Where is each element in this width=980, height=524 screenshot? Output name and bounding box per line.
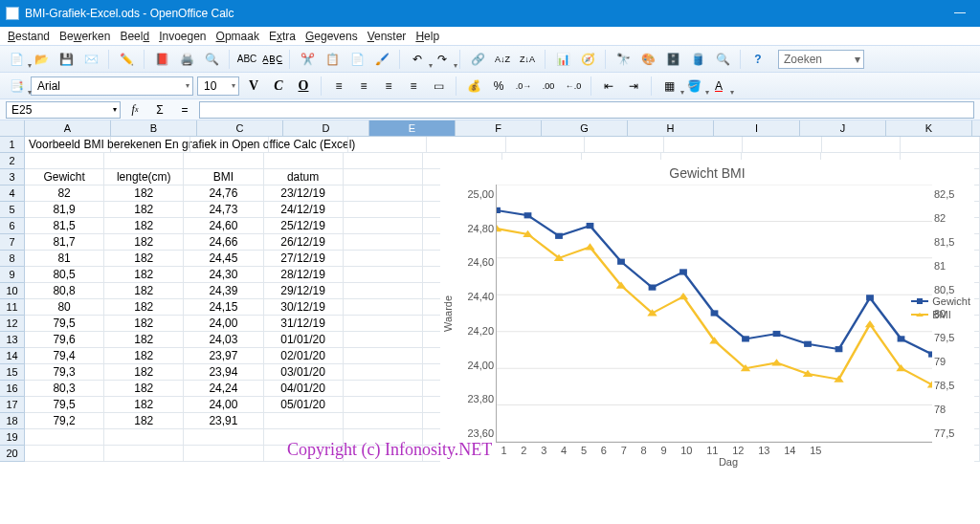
col-header-K[interactable]: K bbox=[886, 120, 972, 137]
cell-A11[interactable]: 80 bbox=[25, 299, 104, 316]
cell-A14[interactable]: 79,4 bbox=[25, 348, 104, 364]
new-button[interactable]: 📄 bbox=[6, 49, 27, 70]
cell-A10[interactable]: 80,8 bbox=[25, 283, 104, 299]
cell-B1[interactable] bbox=[111, 137, 190, 153]
equals-button[interactable]: = bbox=[174, 99, 195, 120]
menu-gegevens[interactable]: Gegevens bbox=[305, 30, 358, 43]
gallery-button[interactable]: 🎨 bbox=[637, 49, 658, 70]
cell-E14[interactable] bbox=[344, 348, 423, 364]
preview-button[interactable]: 🔍 bbox=[201, 49, 222, 70]
cell-B13[interactable]: 182 bbox=[104, 332, 184, 348]
row-header-18[interactable]: 18 bbox=[0, 413, 25, 429]
italic-button[interactable]: C bbox=[268, 76, 289, 97]
db-button[interactable]: 🛢️ bbox=[687, 49, 708, 70]
align-left-button[interactable]: ≡ bbox=[328, 76, 349, 97]
col-header-L[interactable]: L bbox=[972, 120, 980, 137]
menu-beeld[interactable]: Beeld bbox=[120, 30, 149, 43]
cell-F1[interactable] bbox=[427, 137, 506, 153]
hyperlink-button[interactable]: 🔗 bbox=[467, 49, 488, 70]
cell-B18[interactable]: 182 bbox=[104, 413, 184, 429]
cell-C3[interactable]: BMI bbox=[184, 169, 263, 186]
undo-button[interactable]: ↶ bbox=[407, 49, 428, 70]
paste-button[interactable]: 📄 bbox=[346, 49, 368, 70]
cell-D12[interactable]: 31/12/19 bbox=[264, 316, 344, 332]
cell-B3[interactable]: lengte(cm) bbox=[104, 169, 184, 186]
cell-C16[interactable]: 24,24 bbox=[184, 381, 263, 397]
cell-L1[interactable] bbox=[901, 137, 980, 153]
row-header-7[interactable]: 7 bbox=[0, 234, 25, 251]
cell-B5[interactable]: 182 bbox=[104, 202, 184, 218]
save-button[interactable]: 💾 bbox=[56, 49, 77, 70]
cell-E4[interactable] bbox=[344, 186, 423, 202]
cell-D10[interactable]: 29/12/19 bbox=[264, 283, 344, 299]
cell-B2[interactable] bbox=[104, 153, 184, 169]
cell-E11[interactable] bbox=[344, 299, 423, 316]
styles-button[interactable]: 📑 bbox=[6, 76, 27, 97]
cell-A20[interactable] bbox=[25, 446, 104, 462]
chart-button[interactable]: 📊 bbox=[552, 49, 573, 70]
cell-B20[interactable] bbox=[104, 446, 184, 462]
cell-E12[interactable] bbox=[344, 316, 423, 332]
cell-E17[interactable] bbox=[344, 397, 423, 413]
menu-extra[interactable]: Extra bbox=[269, 30, 296, 43]
copy-button[interactable]: 📋 bbox=[322, 49, 343, 70]
decrease-dec-button[interactable]: ←.0 bbox=[563, 76, 584, 97]
underline-button[interactable]: O bbox=[293, 76, 314, 97]
cell-A13[interactable]: 79,6 bbox=[25, 332, 104, 348]
align-center-button[interactable]: ≡ bbox=[353, 76, 374, 97]
menu-opmaak[interactable]: Opmaak bbox=[216, 30, 259, 43]
cell-C2[interactable] bbox=[184, 153, 263, 169]
cell-C5[interactable]: 24,73 bbox=[184, 202, 263, 218]
decrease-indent-button[interactable]: ⇤ bbox=[598, 76, 619, 97]
cell-A7[interactable]: 81,7 bbox=[25, 234, 104, 251]
cell-A1[interactable]: Voorbeeld BMI berekenen En grafiek in Op… bbox=[25, 137, 111, 153]
percent-button[interactable]: % bbox=[488, 76, 509, 97]
align-justify-button[interactable]: ≡ bbox=[403, 76, 424, 97]
cell-C19[interactable] bbox=[184, 429, 263, 446]
cell-C10[interactable]: 24,39 bbox=[184, 283, 263, 299]
cut-button[interactable]: ✂️ bbox=[297, 49, 318, 70]
cell-E5[interactable] bbox=[344, 202, 423, 218]
row-header-19[interactable]: 19 bbox=[0, 429, 25, 446]
cell-E16[interactable] bbox=[344, 381, 423, 397]
cell-B4[interactable]: 182 bbox=[104, 186, 184, 202]
cell-C4[interactable]: 24,76 bbox=[184, 186, 263, 202]
cell-E3[interactable] bbox=[344, 169, 423, 186]
cell-E7[interactable] bbox=[344, 234, 423, 251]
sheet-area[interactable]: ABCDEFGHIJKL 123456789101112131415161718… bbox=[0, 120, 980, 524]
menu-venster[interactable]: Venster bbox=[368, 30, 407, 43]
cell-B11[interactable]: 182 bbox=[104, 299, 184, 316]
cell-B17[interactable]: 182 bbox=[104, 397, 184, 413]
sort-desc-button[interactable]: Z↓A bbox=[517, 49, 538, 70]
cell-D1[interactable] bbox=[269, 137, 348, 153]
cell-A5[interactable]: 81,9 bbox=[25, 202, 104, 218]
cell-E10[interactable] bbox=[344, 283, 423, 299]
add-decimal-button[interactable]: .0→ bbox=[513, 76, 534, 97]
cell-D5[interactable]: 24/12/19 bbox=[264, 202, 344, 218]
row-header-8[interactable]: 8 bbox=[0, 251, 25, 267]
cell-C9[interactable]: 24,30 bbox=[184, 267, 263, 283]
cell-B14[interactable]: 182 bbox=[104, 348, 184, 364]
search-combo[interactable]: Zoeken ▾ bbox=[778, 50, 864, 69]
row-header-2[interactable]: 2 bbox=[0, 153, 25, 169]
cell-C14[interactable]: 23,97 bbox=[184, 348, 263, 364]
cell-A8[interactable]: 81 bbox=[25, 251, 104, 267]
cell-H1[interactable] bbox=[585, 137, 664, 153]
redo-button[interactable]: ↷ bbox=[432, 49, 453, 70]
cell-B7[interactable]: 182 bbox=[104, 234, 184, 251]
cell-B10[interactable]: 182 bbox=[104, 283, 184, 299]
autospell-button[interactable]: A̲B̲C̲ bbox=[261, 49, 282, 70]
menu-bewerken[interactable]: Bewerken bbox=[59, 30, 110, 43]
cell-E9[interactable] bbox=[344, 267, 423, 283]
increase-indent-button[interactable]: ⇥ bbox=[623, 76, 644, 97]
cell-A6[interactable]: 81,5 bbox=[25, 218, 104, 234]
currency-button[interactable]: 💰 bbox=[463, 76, 484, 97]
col-header-G[interactable]: G bbox=[542, 120, 628, 137]
cell-A3[interactable]: Gewicht bbox=[25, 169, 104, 186]
cell-D9[interactable]: 28/12/19 bbox=[264, 267, 344, 283]
cell-D7[interactable]: 26/12/19 bbox=[264, 234, 344, 251]
datasource-button[interactable]: 🗄️ bbox=[662, 49, 683, 70]
row-header-15[interactable]: 15 bbox=[0, 364, 25, 381]
zoom-button[interactable]: 🔍 bbox=[712, 49, 733, 70]
cell-C8[interactable]: 24,45 bbox=[184, 251, 263, 267]
